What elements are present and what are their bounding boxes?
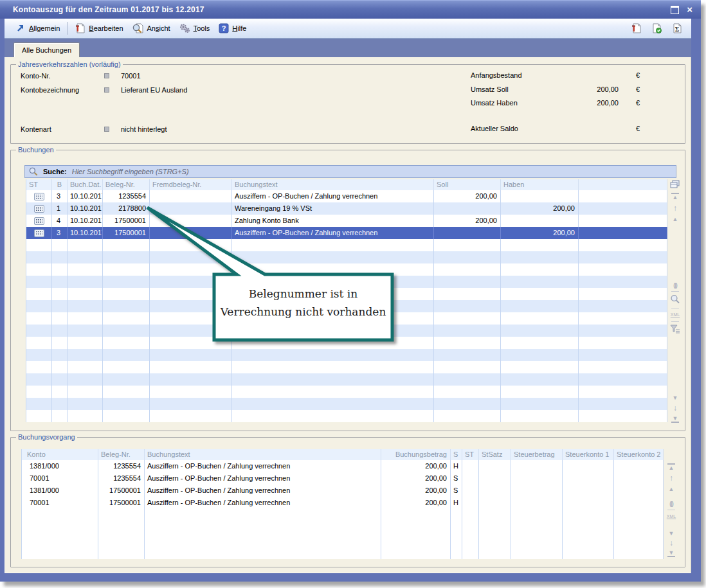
cell-text: Ausziffern - OP-Buchen / Zahlung verrech… <box>145 497 381 509</box>
scroll-page-down-icon[interactable] <box>665 540 677 547</box>
cell-konto: 70001 <box>22 472 98 485</box>
col-steuerkonto-1[interactable]: Steuerkonto 1 <box>563 449 614 460</box>
menu-ansicht[interactable]: Ansicht <box>128 22 175 35</box>
scroll-to-top-icon[interactable] <box>669 193 681 200</box>
col-stsatz[interactable]: StSatz <box>479 449 511 460</box>
document-check-button[interactable] <box>651 23 662 33</box>
screenshot-root: Kontoauszug für den Zeitraum 01.2017 bis… <box>0 0 706 588</box>
restore-icon[interactable] <box>671 6 679 14</box>
menu-hilfe[interactable]: ? Hilfe <box>214 22 251 35</box>
cell-b: 3 <box>52 190 68 202</box>
svg-text:Σ: Σ <box>675 26 680 33</box>
table-row[interactable]: 1381/000 1235554 Ausziffern - OP-Buchen … <box>22 460 664 472</box>
field-bullet <box>104 87 109 93</box>
table-row[interactable]: 1 10.10.2017 2178800 Wareneingang 19 % V… <box>26 202 667 215</box>
column-chooser-icon[interactable] <box>669 180 681 188</box>
cell-s: H <box>451 497 462 509</box>
group-jahresverkehrszahlen: Jahresverkehrszahlen (vorläufig) Konto-N… <box>10 64 685 144</box>
col-s[interactable]: S <box>451 449 462 460</box>
scroll-down-icon[interactable] <box>665 530 677 537</box>
table-row[interactable]: 1381/000 17500001 Ausziffern - OP-Buchen… <box>22 485 664 497</box>
document-sum-button[interactable]: Σ <box>672 23 683 33</box>
col-soll[interactable]: Soll <box>434 179 501 190</box>
search-bar[interactable]: Suche: <box>24 165 676 178</box>
col-st[interactable]: ST <box>26 179 52 190</box>
col-beleg-nr[interactable]: Beleg-Nr. <box>103 179 150 190</box>
xml-export-icon[interactable] <box>665 513 677 520</box>
menu-tools[interactable]: Tools <box>175 22 215 35</box>
zoom-icon[interactable] <box>669 294 681 304</box>
brackets-icon[interactable] <box>669 282 681 289</box>
cell-date: 10.10.2017 <box>68 227 103 239</box>
cell-b: 1 <box>52 202 68 215</box>
tab-alle-buchungen[interactable]: Alle Buchungen <box>14 42 80 57</box>
toolbar-separator <box>67 22 68 35</box>
col-steuerbetrag[interactable]: Steuerbetrag <box>511 449 563 460</box>
table-row[interactable]: 70001 17500001 Ausziffern - OP-Buchen / … <box>22 497 664 509</box>
nav-separator <box>671 291 679 292</box>
col-steuerkonto-2[interactable]: Steuerkonto 2 <box>614 449 664 460</box>
search-input[interactable] <box>71 167 672 176</box>
scroll-up-icon[interactable] <box>669 216 681 222</box>
table-row[interactable]: 70001 1235554 Ausziffern - OP-Buchen / Z… <box>22 472 664 485</box>
cell-fremd <box>150 215 232 227</box>
st-cell <box>26 190 52 202</box>
col-buchungsbetrag[interactable]: Buchungsbetrag <box>381 449 451 460</box>
table-row-empty <box>26 361 667 373</box>
table-row[interactable]: 3 10.10.2017 1235554 Ausziffern - OP-Buc… <box>26 190 667 202</box>
col-konto[interactable]: Konto <box>22 449 98 460</box>
cell-betrag: 200,00 <box>381 497 451 509</box>
transaction-table-header[interactable]: Konto Beleg-Nr. Buchungstext Buchungsbet… <box>22 449 664 460</box>
table-row[interactable]: 4 10.10.2017 17500001 Zahlung Konto Bank… <box>26 215 667 227</box>
col-st[interactable]: ST <box>462 449 479 460</box>
title-bar[interactable]: Kontoauszug für den Zeitraum 01.2017 bis… <box>0 0 701 19</box>
col-haben[interactable]: Haben <box>501 179 579 190</box>
cell-text: Ausziffern - OP-Buchen / Zahlung verrech… <box>232 190 434 202</box>
scroll-down-icon[interactable] <box>669 395 681 401</box>
xml-export-icon[interactable] <box>669 311 681 318</box>
callout-annotation: Belegnummer ist in Verrechnung nicht vor… <box>215 285 391 321</box>
brackets-icon[interactable] <box>665 501 677 507</box>
help-icon: ? <box>219 23 229 33</box>
scroll-to-bottom-icon[interactable] <box>665 549 677 557</box>
scroll-page-down-icon[interactable] <box>669 405 681 412</box>
group-legend: Jahresverkehrszahlen (vorläufig) <box>16 60 123 69</box>
col-b[interactable]: B <box>52 179 68 190</box>
col-buchungstext[interactable]: Buchungstext <box>232 179 434 190</box>
scroll-up-icon[interactable] <box>665 486 677 492</box>
col-fremdbeleg-nr[interactable]: Fremdbeleg-Nr. <box>150 179 232 190</box>
cell-soll: 200,00 <box>434 215 501 227</box>
cell-beleg: 17500001 <box>98 497 145 509</box>
col-buchdat[interactable]: Buch.Dat. <box>68 179 103 190</box>
table-row-selected[interactable]: 3 10.10.2017 17500001 Ausziffern - OP-Bu… <box>26 227 667 239</box>
scroll-page-up-icon[interactable] <box>669 205 681 212</box>
filter-icon[interactable] <box>669 325 681 334</box>
field-anfangsbestand-label: Anfangsbestand <box>471 71 522 79</box>
cell-soll <box>434 227 501 239</box>
cell-beleg: 1235554 <box>98 460 145 472</box>
edit-document-icon <box>75 23 86 33</box>
search-label: Suche: <box>43 168 67 175</box>
field-umsatz-soll-label: Umsatz Soll <box>471 85 509 93</box>
cell-s: S <box>451 472 462 485</box>
magnifier-document-icon <box>132 23 144 33</box>
field-umsatz-soll-value: 200,00 <box>541 85 619 93</box>
menu-bearbeiten[interactable]: Bearbeiten <box>70 22 127 35</box>
menu-allgemein[interactable]: Allgemein <box>11 22 64 35</box>
booking-record-icon <box>34 217 44 225</box>
col-buchungstext[interactable]: Buchungstext <box>145 449 381 460</box>
bookings-table-header[interactable]: ST B Buch.Dat. Beleg-Nr. Fremdbeleg-Nr. … <box>26 179 667 190</box>
st-cell <box>26 227 52 239</box>
scroll-to-bottom-icon[interactable] <box>669 415 681 423</box>
cell-beleg: 17500001 <box>103 215 150 227</box>
cell-beleg: 17500001 <box>103 227 150 239</box>
scroll-page-up-icon[interactable] <box>665 475 677 482</box>
cell-betrag: 200,00 <box>381 460 451 472</box>
close-icon[interactable]: × <box>687 5 692 14</box>
cell-konto: 70001 <box>22 497 98 509</box>
group-buchungsvorgang: Buchungsvorgang Konto Beleg-Nr. Buchungs… <box>10 437 685 567</box>
edit-document-button[interactable] <box>631 23 642 33</box>
currency-symbol: € <box>636 99 640 107</box>
scroll-to-top-icon[interactable] <box>665 463 677 471</box>
col-beleg-nr[interactable]: Beleg-Nr. <box>98 449 145 460</box>
